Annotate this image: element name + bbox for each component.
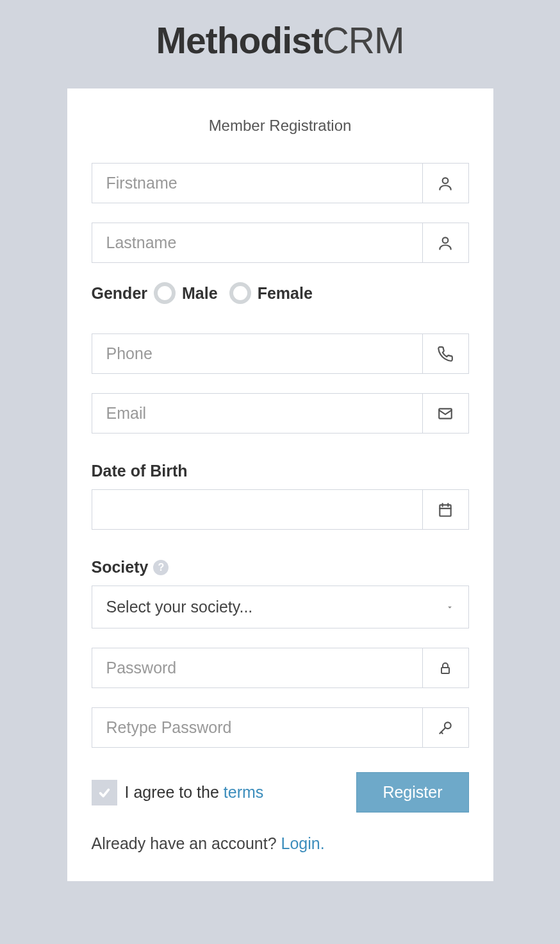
female-label: Female	[258, 284, 313, 303]
logo-bold: Methodist	[156, 20, 323, 61]
lock-icon	[422, 648, 468, 687]
gender-label: Gender	[92, 284, 148, 303]
help-icon[interactable]: ?	[153, 560, 169, 575]
terms-checkbox[interactable]	[92, 780, 117, 805]
register-button[interactable]: Register	[356, 772, 468, 813]
dob-field-wrap	[92, 489, 469, 530]
password-field-wrap	[92, 648, 469, 688]
phone-input[interactable]	[92, 334, 422, 373]
gender-row: Gender Male Female	[92, 282, 469, 304]
existing-account-text: Already have an account?	[92, 834, 281, 852]
phone-icon	[422, 334, 468, 373]
email-field-wrap	[92, 393, 469, 434]
login-row: Already have an account? Login.	[92, 834, 469, 853]
radio-female[interactable]	[229, 282, 251, 304]
agree-wrap: I agree to the terms	[92, 780, 264, 805]
dob-input[interactable]	[92, 490, 422, 529]
email-input[interactable]	[92, 394, 422, 433]
key-icon	[422, 708, 468, 747]
male-label: Male	[182, 284, 218, 303]
society-placeholder: Select your society...	[106, 598, 445, 616]
firstname-field-wrap	[92, 163, 469, 203]
dob-label: Date of Birth	[92, 462, 469, 480]
user-icon	[422, 164, 468, 203]
society-select[interactable]: Select your society...	[92, 586, 469, 628]
agree-text: I agree to the terms	[125, 783, 264, 802]
lastname-field-wrap	[92, 223, 469, 263]
svg-point-0	[443, 178, 449, 183]
login-link[interactable]: Login.	[281, 834, 325, 852]
registration-card: Member Registration Gender Male	[67, 88, 493, 881]
lastname-input[interactable]	[92, 223, 422, 262]
footer-row: I agree to the terms Register	[92, 772, 469, 813]
card-title: Member Registration	[92, 117, 469, 135]
logo: MethodistCRM	[0, 19, 560, 62]
svg-rect-7	[441, 668, 449, 673]
calendar-icon	[422, 490, 468, 529]
password-input[interactable]	[92, 648, 422, 687]
society-label: Society	[92, 558, 149, 577]
phone-field-wrap	[92, 333, 469, 374]
terms-link[interactable]: terms	[224, 783, 264, 801]
retype-password-input[interactable]	[92, 708, 422, 747]
logo-thin: CRM	[323, 20, 404, 61]
svg-rect-3	[440, 505, 450, 516]
radio-male[interactable]	[154, 282, 176, 304]
society-label-row: Society ?	[92, 558, 469, 577]
firstname-input[interactable]	[92, 164, 422, 203]
retype-password-field-wrap	[92, 707, 469, 748]
envelope-icon	[422, 394, 468, 433]
chevron-down-icon	[445, 603, 454, 612]
svg-point-1	[443, 237, 449, 243]
user-icon	[422, 223, 468, 262]
